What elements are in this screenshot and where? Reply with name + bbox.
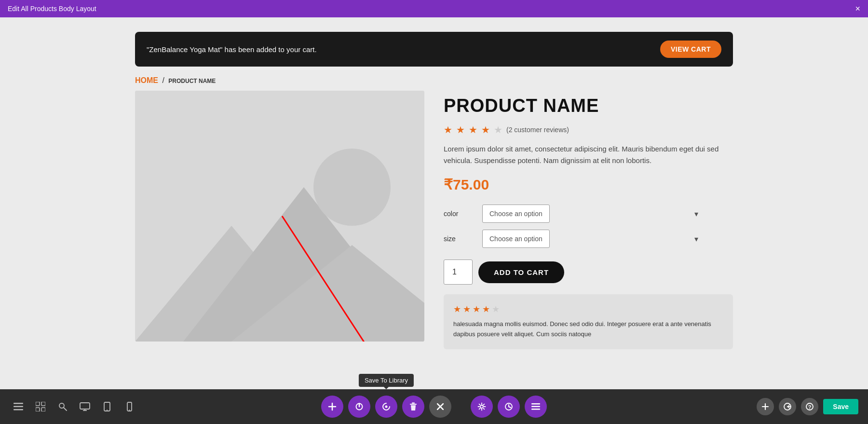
review-star-2: ★ bbox=[463, 304, 471, 315]
cart-row: ADD TO CART bbox=[444, 260, 733, 285]
svg-rect-27 bbox=[412, 402, 415, 404]
review-star-3: ★ bbox=[473, 304, 480, 315]
color-select[interactable]: Choose an option bbox=[482, 205, 550, 223]
product-area: PRODUCT NAME ★ ★ ★ ★ ★ (2 customer revie… bbox=[135, 91, 733, 349]
star-3: ★ bbox=[469, 124, 477, 136]
delete-button[interactable] bbox=[402, 396, 424, 418]
bottom-toolbar: Save To Library ? Save bbox=[0, 389, 868, 424]
svg-point-21 bbox=[129, 410, 130, 410]
svg-rect-37 bbox=[531, 409, 540, 410]
save-to-library-wrapper: Save To Library bbox=[375, 396, 397, 418]
close-module-button[interactable] bbox=[429, 396, 451, 418]
product-rating: ★ ★ ★ ★ ★ (2 customer reviews) bbox=[444, 124, 733, 136]
close-button[interactable]: × bbox=[855, 4, 860, 13]
svg-line-34 bbox=[509, 407, 511, 408]
svg-rect-36 bbox=[531, 406, 540, 408]
svg-rect-6 bbox=[14, 403, 23, 404]
breadcrumb-home[interactable]: HOME bbox=[135, 76, 158, 84]
reviews-section: ★ ★ ★ ★ ★ halesuada magna mollis euismod… bbox=[444, 294, 733, 349]
svg-rect-9 bbox=[36, 402, 40, 406]
svg-line-14 bbox=[64, 408, 67, 410]
toolbar-search-icon[interactable] bbox=[54, 398, 71, 415]
star-4: ★ bbox=[481, 124, 490, 136]
color-label: color bbox=[444, 210, 482, 218]
review-star-5: ★ bbox=[492, 304, 500, 315]
star-5: ★ bbox=[494, 124, 502, 136]
bars-button[interactable] bbox=[525, 396, 547, 418]
toolbar-right: ? Save bbox=[757, 398, 858, 415]
toolbar-left bbox=[10, 398, 138, 415]
svg-point-26 bbox=[385, 406, 388, 408]
toolbar-help-icon[interactable]: ? bbox=[801, 398, 818, 415]
svg-rect-10 bbox=[41, 402, 45, 406]
review-count: (2 customer reviews) bbox=[506, 126, 569, 134]
toolbar-center: Save To Library bbox=[321, 396, 547, 418]
toolbar-phone-icon[interactable] bbox=[121, 398, 138, 415]
size-option-row: size Choose an option bbox=[444, 230, 733, 248]
toolbar-monitor-icon[interactable] bbox=[76, 398, 94, 415]
svg-text:?: ? bbox=[808, 404, 812, 410]
toolbar-layers-icon[interactable] bbox=[779, 398, 796, 415]
product-description: Lorem ipsum dolor sit amet, consectetur … bbox=[444, 143, 733, 166]
svg-point-31 bbox=[480, 405, 483, 408]
size-select-wrapper: Choose an option bbox=[482, 230, 704, 248]
color-select-wrapper: Choose an option bbox=[482, 205, 704, 223]
product-name: PRODUCT NAME bbox=[444, 96, 733, 116]
settings-gear-button[interactable] bbox=[471, 396, 493, 418]
svg-point-4 bbox=[313, 149, 391, 226]
size-label: size bbox=[444, 235, 482, 243]
star-1: ★ bbox=[444, 124, 452, 136]
svg-rect-7 bbox=[14, 406, 23, 408]
color-option-row: color Choose an option bbox=[444, 205, 733, 223]
quantity-input[interactable] bbox=[444, 260, 473, 285]
top-bar-title: Edit All Products Body Layout bbox=[8, 5, 96, 13]
breadcrumb-current: PRODUCT NAME bbox=[168, 78, 216, 84]
view-cart-button[interactable]: VIEW CART bbox=[660, 41, 721, 58]
review-text: halesuada magna mollis euismod. Donec se… bbox=[453, 319, 723, 340]
review-star-1: ★ bbox=[453, 304, 461, 315]
star-2: ★ bbox=[456, 124, 465, 136]
clock-button[interactable] bbox=[498, 396, 520, 418]
svg-rect-28 bbox=[410, 404, 417, 405]
review-star-4: ★ bbox=[482, 304, 490, 315]
svg-rect-8 bbox=[14, 409, 23, 410]
product-details: PRODUCT NAME ★ ★ ★ ★ ★ (2 customer revie… bbox=[444, 91, 733, 349]
toolbar-plus-icon[interactable] bbox=[757, 398, 774, 415]
svg-rect-11 bbox=[36, 408, 40, 411]
svg-point-19 bbox=[107, 410, 108, 410]
breadcrumb: HOME / PRODUCT NAME bbox=[135, 76, 733, 85]
save-button[interactable]: Save bbox=[823, 399, 858, 414]
reviews-stars-row: ★ ★ ★ ★ ★ bbox=[453, 304, 723, 315]
breadcrumb-separator: / bbox=[162, 76, 164, 84]
main-area: "ZenBalance Yoga Mat" has been added to … bbox=[0, 17, 868, 389]
toolbar-tablet-icon[interactable] bbox=[98, 398, 116, 415]
product-image bbox=[135, 91, 424, 342]
save-to-library-button[interactable] bbox=[375, 396, 397, 418]
save-to-library-tooltip: Save To Library bbox=[359, 374, 414, 387]
svg-rect-12 bbox=[41, 408, 45, 411]
add-to-cart-button[interactable]: ADD TO CART bbox=[478, 261, 564, 283]
svg-rect-35 bbox=[531, 403, 540, 405]
product-price: ₹75.00 bbox=[444, 176, 733, 193]
svg-rect-15 bbox=[80, 403, 90, 409]
cart-notification: "ZenBalance Yoga Mat" has been added to … bbox=[135, 32, 733, 67]
toolbar-grid-icon[interactable] bbox=[32, 398, 49, 415]
cart-notification-text: "ZenBalance Yoga Mat" has been added to … bbox=[147, 45, 317, 54]
top-bar: Edit All Products Body Layout × bbox=[0, 0, 868, 17]
size-select[interactable]: Choose an option bbox=[482, 230, 550, 248]
add-module-button[interactable] bbox=[321, 396, 343, 418]
toolbar-menu-icon[interactable] bbox=[10, 398, 27, 415]
power-button[interactable] bbox=[348, 396, 370, 418]
